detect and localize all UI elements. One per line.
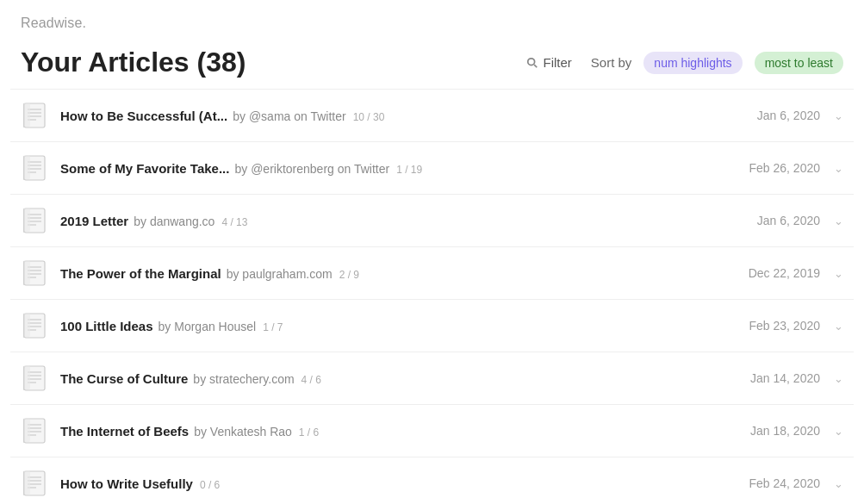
article-row[interactable]: How to Be Successful (At... by @sama on … <box>10 89 854 141</box>
filter-button[interactable]: Filter <box>519 52 578 73</box>
svg-rect-56 <box>23 470 30 495</box>
svg-rect-49 <box>23 418 30 442</box>
article-source: by paulgraham.com <box>227 267 333 281</box>
article-row[interactable]: Some of My Favorite Take... by @eriktore… <box>10 141 854 194</box>
article-date: Dec 22, 2019 <box>734 266 820 280</box>
document-icon <box>23 103 46 128</box>
search-icon <box>526 57 538 69</box>
article-row[interactable]: How to Write Usefully 0 / 6 Feb 24, 2020… <box>10 457 854 504</box>
article-title: The Internet of Beefs <box>60 424 189 439</box>
chevron-down-icon[interactable]: ⌄ <box>834 162 843 175</box>
article-count: 2 / 9 <box>339 269 359 281</box>
svg-rect-42 <box>23 365 30 389</box>
document-icon <box>23 208 46 233</box>
article-icon <box>21 470 48 497</box>
chevron-down-icon[interactable]: ⌄ <box>834 215 843 227</box>
svg-rect-7 <box>23 103 30 127</box>
article-title: The Curse of Culture <box>60 371 188 386</box>
article-count: 4 / 13 <box>221 216 247 228</box>
article-source: by stratechery.com <box>193 372 294 386</box>
page-title: Your Articles (38) <box>21 47 246 78</box>
article-count: 1 / 7 <box>263 321 283 333</box>
article-row[interactable]: 100 Little Ideas by Morgan Housel 1 / 7 … <box>10 299 854 352</box>
chevron-down-icon[interactable]: ⌄ <box>834 109 843 122</box>
article-count: 10 / 30 <box>353 111 385 123</box>
chevron-down-icon[interactable]: ⌄ <box>834 425 843 438</box>
article-date: Feb 23, 2020 <box>734 319 820 333</box>
article-row[interactable]: The Curse of Culture by stratechery.com … <box>10 352 854 404</box>
articles-list: How to Be Successful (At... by @sama on … <box>0 89 864 504</box>
article-source: by Venkatesh Rao <box>194 425 292 439</box>
article-count: 1 / 19 <box>396 164 422 176</box>
article-title: How to Be Successful (At... <box>60 109 227 123</box>
svg-rect-35 <box>23 313 30 337</box>
document-icon <box>23 260 46 286</box>
sort-order-option[interactable]: most to least <box>755 52 843 74</box>
chevron-down-icon[interactable]: ⌄ <box>834 372 843 385</box>
article-title: The Power of the Marginal <box>60 266 221 281</box>
article-title: 100 Little Ideas <box>60 319 153 333</box>
article-icon <box>21 102 48 129</box>
article-date: Jan 6, 2020 <box>734 109 820 122</box>
document-icon <box>23 470 46 496</box>
article-title: 2019 Letter <box>60 214 128 228</box>
document-icon <box>23 313 46 339</box>
document-icon <box>23 155 46 181</box>
article-title: How to Write Usefully <box>60 476 193 491</box>
article-count: 0 / 6 <box>200 479 220 491</box>
article-icon <box>21 259 48 287</box>
article-title: Some of My Favorite Take... <box>60 161 229 176</box>
article-icon <box>21 312 48 339</box>
svg-rect-28 <box>23 260 30 284</box>
article-date: Feb 26, 2020 <box>734 161 820 175</box>
article-date: Jan 18, 2020 <box>734 424 820 438</box>
svg-rect-14 <box>23 155 30 179</box>
article-count: 1 / 6 <box>299 426 319 439</box>
chevron-down-icon[interactable]: ⌄ <box>834 477 843 490</box>
article-row[interactable]: The Internet of Beefs by Venkatesh Rao 1… <box>10 404 854 457</box>
article-row[interactable]: The Power of the Marginal by paulgraham.… <box>10 246 854 299</box>
article-date: Jan 14, 2020 <box>734 371 820 385</box>
article-source: by @sama on Twitter <box>233 109 345 123</box>
document-icon <box>23 365 46 391</box>
svg-line-1 <box>535 65 538 67</box>
article-count: 4 / 6 <box>301 374 321 386</box>
chevron-down-icon[interactable]: ⌄ <box>834 320 843 333</box>
article-icon <box>21 207 48 234</box>
article-icon <box>21 364 48 392</box>
sort-label: Sort by <box>591 55 632 70</box>
document-icon <box>23 418 46 444</box>
article-row[interactable]: 2019 Letter by danwang.co 4 / 13 Jan 6, … <box>10 194 854 246</box>
svg-point-0 <box>528 58 535 65</box>
sort-highlights-option[interactable]: num highlights <box>643 52 742 74</box>
article-source: by Morgan Housel <box>159 320 257 333</box>
article-date: Feb 24, 2020 <box>734 476 820 490</box>
article-source: by @eriktorenberg on Twitter <box>234 162 389 176</box>
filter-label: Filter <box>543 55 571 70</box>
article-date: Jan 6, 2020 <box>734 214 820 227</box>
chevron-down-icon[interactable]: ⌄ <box>834 267 843 280</box>
article-icon <box>21 417 48 445</box>
article-source: by danwang.co <box>134 215 214 228</box>
article-icon <box>21 154 48 182</box>
logo: Readwise. <box>21 16 843 31</box>
svg-rect-21 <box>23 208 30 232</box>
